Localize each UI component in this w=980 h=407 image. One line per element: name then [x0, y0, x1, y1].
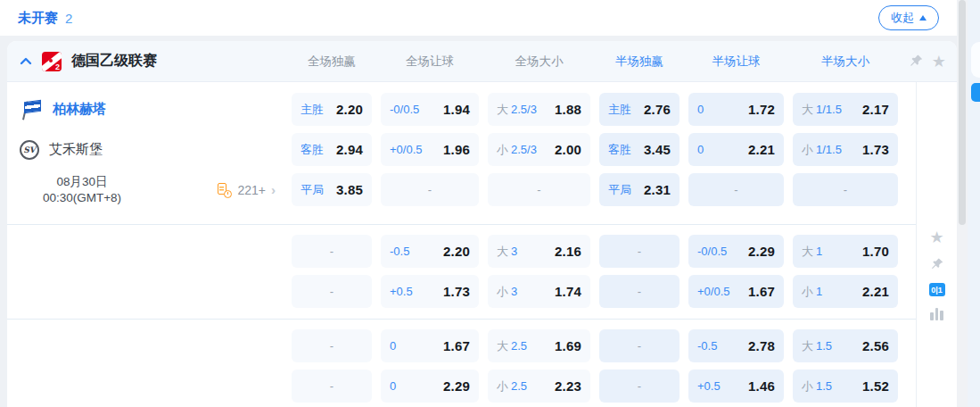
section-title: 未开赛	[18, 10, 58, 27]
odds-cell-empty[interactable]: -	[292, 370, 372, 403]
odds-cell[interactable]: +0/0.51.96	[381, 133, 479, 166]
odds-cell[interactable]: 01.67	[381, 329, 479, 362]
line-prefix: 小	[497, 284, 508, 300]
column-header-ht-ou[interactable]: 半场大小	[793, 54, 898, 70]
odds-cell[interactable]: 大1.52.56	[793, 329, 898, 362]
right-panel-notch	[971, 42, 980, 78]
scrollbar-thumb[interactable]	[959, 0, 966, 225]
column-header-ft-handicap: 全场让球	[381, 54, 479, 70]
odds-label: 2.5/3	[511, 143, 537, 156]
odds-label: 1.5	[816, 339, 832, 353]
odds-cell-empty[interactable]: -	[599, 275, 679, 308]
favorite-star-icon[interactable]: ★	[929, 229, 943, 245]
header-actions: ★	[909, 54, 957, 70]
odds-cell[interactable]: 02.21	[688, 133, 784, 166]
odds-cell-empty[interactable]: -	[292, 329, 372, 362]
odds-label: -0/0.5	[390, 103, 419, 116]
odds-cell-empty[interactable]: -	[292, 275, 372, 308]
odds-cell[interactable]: 主胜2.20	[292, 93, 372, 126]
odds-label: 平局	[301, 182, 324, 198]
odds-cell[interactable]: 大32.16	[488, 235, 590, 268]
odds-format-badge[interactable]: 0|1	[929, 283, 945, 296]
collapse-button[interactable]: 收起	[878, 5, 939, 30]
odds-cell[interactable]: 01.72	[688, 93, 784, 126]
odds-cell[interactable]: -0/0.51.94	[381, 93, 479, 126]
star-icon[interactable]: ★	[932, 54, 946, 70]
odds-cell[interactable]: -0/0.52.29	[688, 235, 784, 268]
odds-row: - 01.67 大2.51.69 - -0.52.78 大1.52.56	[7, 326, 916, 366]
match-date: 08月30日 00:30(GMT+8)	[14, 174, 150, 206]
card-body: 柏林赫塔 主胜2.20 -0/0.51.94 大2.5/31.88 主胜2.76…	[7, 82, 957, 407]
column-header-ht-handicap[interactable]: 半场让球	[688, 54, 784, 70]
odds-cell-empty[interactable]: -	[292, 235, 372, 268]
more-markets-link[interactable]: 221+ ›	[218, 182, 283, 197]
triangle-up-icon	[919, 15, 926, 21]
odds-cell[interactable]: +0/0.51.67	[688, 275, 784, 308]
odds-cell[interactable]: +0.51.73	[381, 275, 479, 308]
odds-cell[interactable]: 客胜2.94	[292, 133, 372, 166]
odds-label: 平局	[608, 182, 631, 198]
odds-cell-empty[interactable]: -	[688, 173, 784, 206]
odds-cell[interactable]: 大1/1.52.17	[793, 93, 898, 126]
odds-cell-empty[interactable]: -	[599, 329, 679, 362]
odds-value: 1.94	[443, 102, 470, 117]
pin-icon[interactable]	[930, 257, 944, 271]
odds-value: 3.85	[336, 182, 363, 197]
odds-cell[interactable]: -0.52.20	[381, 235, 479, 268]
odds-cell[interactable]: 小2.5/32.00	[488, 133, 590, 166]
odds-cell-empty[interactable]: -	[793, 173, 898, 206]
odds-cell-empty[interactable]: -	[381, 173, 479, 206]
odds-cell[interactable]: 大11.70	[793, 235, 898, 268]
odds-cell[interactable]: 主胜2.76	[599, 93, 679, 126]
pin-icon[interactable]	[909, 54, 924, 69]
right-panel-blue-tab[interactable]	[971, 83, 980, 102]
odds-label: +0.5	[390, 285, 413, 298]
odds-cell[interactable]: 小12.21	[793, 275, 898, 308]
league-logo: 2	[42, 52, 62, 71]
league-cell: 2 德国乙级联赛	[14, 52, 283, 71]
odds-cell[interactable]: 小2.52.23	[488, 370, 590, 403]
odds-label: 1	[816, 245, 822, 258]
column-header-ht-1x2[interactable]: 半场独赢	[599, 54, 679, 70]
odds-label: 客胜	[301, 142, 324, 158]
odds-cell-empty[interactable]: -	[599, 370, 679, 403]
odds-value: 2.21	[748, 142, 775, 157]
empty-name-slot	[14, 231, 283, 271]
odds-label: 主胜	[301, 102, 324, 118]
no-odds-dash: -	[330, 339, 334, 353]
line-prefix: 小	[802, 378, 813, 395]
odds-label: 3	[511, 285, 517, 298]
odds-cell[interactable]: 小1.51.52	[793, 370, 898, 403]
home-team[interactable]: 柏林赫塔	[14, 89, 283, 129]
match-date-day: 08月30日	[14, 174, 150, 190]
odds-block-main: 柏林赫塔 主胜2.20 -0/0.51.94 大2.5/31.88 主胜2.76…	[7, 82, 916, 224]
odds-cell[interactable]: 小1/1.51.73	[793, 133, 898, 166]
odds-cell[interactable]: 平局2.31	[599, 173, 679, 206]
line-prefix: 大	[802, 338, 813, 354]
odds-cell[interactable]: 平局3.85	[292, 173, 372, 206]
rail-icon-stack: ★ 0|1	[917, 229, 957, 320]
away-team[interactable]: SV 艾禾斯堡	[14, 129, 283, 170]
away-team-logo-icon: SV	[20, 140, 39, 160]
odds-value: 1.70	[862, 244, 889, 259]
odds-cell-empty[interactable]: -	[488, 173, 590, 206]
odds-cell-empty[interactable]: -	[599, 235, 679, 268]
stats-bars-icon[interactable]	[930, 308, 943, 320]
odds-cell[interactable]: 大2.5/31.88	[488, 93, 590, 126]
odds-cell[interactable]: +0.51.46	[688, 370, 784, 403]
odds-label: 2.5	[511, 339, 527, 353]
odds-cell[interactable]: 02.29	[381, 370, 479, 403]
odds-label: 0	[697, 143, 704, 156]
no-odds-dash: -	[844, 183, 847, 196]
main-column: 未开赛 2 收起 2	[0, 0, 957, 407]
odds-cell[interactable]: 小31.74	[488, 275, 590, 308]
chevron-up-icon[interactable]	[20, 57, 32, 65]
odds-label: +0/0.5	[697, 285, 730, 298]
odds-value: 1.67	[443, 338, 470, 353]
odds-cell[interactable]: -0.52.78	[688, 329, 784, 362]
league-header-grid: 2 德国乙级联赛 全场独赢 全场让球 全场大小 半场独赢 半场让球 半场大小	[7, 52, 898, 71]
right-edge-panel	[968, 0, 980, 407]
odds-cell[interactable]: 大2.51.69	[488, 329, 590, 362]
match-meta: 08月30日 00:30(GMT+8) 221+ ›	[14, 170, 283, 210]
odds-cell[interactable]: 客胜3.45	[599, 133, 679, 166]
